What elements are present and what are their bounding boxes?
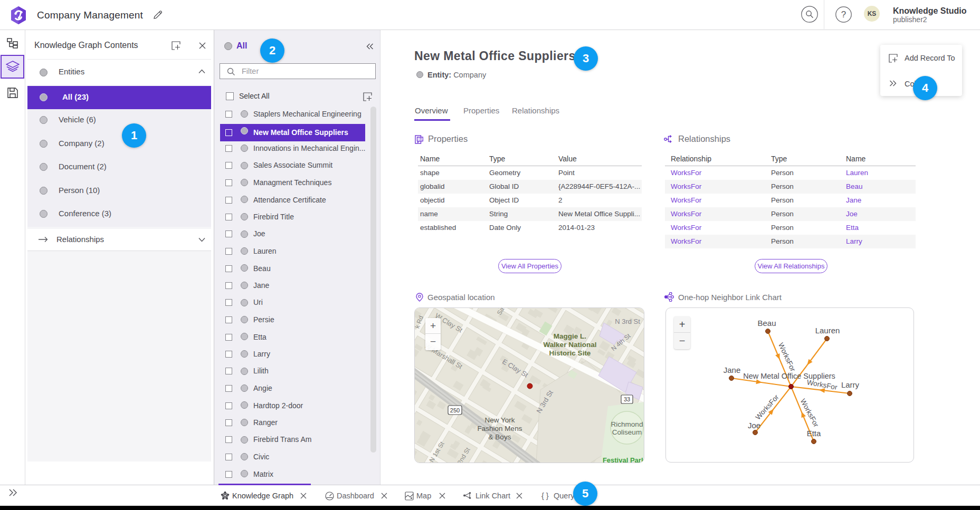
svg-text:Etta: Etta [807,429,821,438]
svg-text:Richmond: Richmond [611,420,643,428]
svg-text:Larry: Larry [841,380,860,389]
svg-text:Fashion Mens: Fashion Mens [478,425,522,432]
svg-text:New Metal Office Suppliers: New Metal Office Suppliers [743,372,835,380]
svg-text:Lauren: Lauren [815,326,840,335]
svg-text:Beau: Beau [757,319,776,328]
svg-text:Coliseum: Coliseum [612,428,642,436]
svg-text:250: 250 [450,407,460,413]
svg-text:New York: New York [484,416,515,424]
svg-text:33: 33 [624,396,630,402]
svg-text:Maggie L.: Maggie L. [554,332,586,340]
svg-text:Joe: Joe [748,421,760,430]
svg-text:Historic Site: Historic Site [549,349,591,357]
svg-text:?: ? [841,9,846,20]
svg-text:WorksFor: WorksFor [777,342,797,373]
svg-text:Jane: Jane [724,365,741,374]
svg-text:Festival Park: Festival Park [603,456,644,463]
svg-text:& Boys: & Boys [489,433,511,441]
svg-text:N 3rd St: N 3rd St [615,317,640,325]
svg-text:Walker National: Walker National [544,341,597,349]
